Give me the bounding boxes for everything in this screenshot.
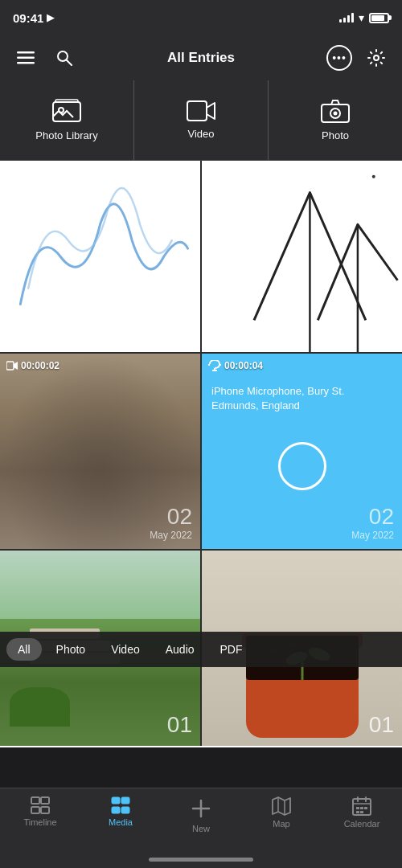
nav-calendar[interactable]: Calendar bbox=[322, 796, 402, 829]
plant-date-overlay: 01 bbox=[369, 712, 394, 738]
status-bar: 09:41 ▶ ▾ bbox=[0, 0, 402, 35]
wifi-icon: ▾ bbox=[359, 11, 364, 24]
svg-rect-27 bbox=[112, 797, 120, 804]
video-entry[interactable]: 00:00:02 02 May 2022 bbox=[0, 354, 202, 549]
filter-bar: All Photo Video Audio PDF bbox=[0, 632, 402, 667]
nav-timeline-label: Timeline bbox=[23, 817, 56, 827]
svg-rect-9 bbox=[187, 101, 207, 121]
tab-photo-library-label: Photo Library bbox=[35, 129, 97, 141]
audio-entry[interactable]: 00:00:04 iPhone Microphone, Bury St. Edm… bbox=[202, 354, 402, 549]
sketch-entry-black[interactable] bbox=[202, 161, 402, 352]
filter-pdf[interactable]: PDF bbox=[209, 638, 254, 661]
tab-video-label: Video bbox=[187, 128, 214, 140]
svg-rect-28 bbox=[121, 797, 129, 804]
menu-button[interactable] bbox=[13, 45, 39, 71]
video-duration-badge: 00:00:02 bbox=[6, 360, 59, 371]
svg-point-3 bbox=[58, 51, 68, 61]
svg-rect-2 bbox=[17, 62, 35, 64]
audio-location-info: iPhone Microphone, Bury St. Edmunds, Eng… bbox=[211, 384, 392, 413]
filter-photo[interactable]: Photo bbox=[45, 638, 97, 661]
svg-rect-40 bbox=[360, 807, 363, 809]
audio-play-button[interactable] bbox=[278, 442, 326, 490]
sketch-entry-blue[interactable] bbox=[0, 161, 202, 352]
svg-rect-25 bbox=[31, 807, 39, 813]
nav-timeline[interactable]: Timeline bbox=[0, 796, 80, 827]
bottom-navigation: Timeline Media New bbox=[0, 788, 402, 868]
new-icon bbox=[189, 796, 213, 821]
svg-rect-39 bbox=[356, 807, 359, 809]
filter-audio[interactable]: Audio bbox=[154, 638, 206, 661]
svg-rect-18 bbox=[6, 362, 14, 370]
media-type-tabs: Photo Library Video Photo bbox=[0, 80, 402, 161]
nav-new[interactable]: New bbox=[161, 796, 241, 833]
home-indicator bbox=[149, 858, 253, 862]
settings-button[interactable] bbox=[363, 45, 389, 71]
search-button[interactable] bbox=[51, 45, 77, 71]
battery-icon bbox=[369, 13, 389, 23]
nav-calendar-label: Calendar bbox=[344, 819, 380, 829]
nav-map-label: Map bbox=[273, 819, 289, 829]
svg-rect-24 bbox=[41, 797, 49, 804]
nav-media[interactable]: Media bbox=[80, 796, 161, 827]
video-icon bbox=[187, 100, 215, 121]
audio-duration-badge: 00:00:04 bbox=[208, 360, 263, 371]
grid-top-row bbox=[0, 161, 402, 354]
svg-rect-41 bbox=[364, 807, 367, 809]
status-icons: ▾ bbox=[339, 11, 389, 24]
svg-rect-30 bbox=[121, 807, 129, 813]
svg-rect-14 bbox=[207, 161, 398, 352]
photo-library-icon bbox=[52, 99, 81, 123]
calendar-icon bbox=[352, 796, 371, 816]
svg-line-4 bbox=[67, 60, 72, 65]
video-date-overlay: 02 May 2022 bbox=[150, 504, 192, 541]
svg-rect-26 bbox=[41, 807, 49, 813]
svg-rect-13 bbox=[5, 161, 196, 352]
svg-rect-23 bbox=[31, 797, 39, 804]
garden-date-overlay: 01 bbox=[167, 712, 192, 738]
nav-media-label: Media bbox=[109, 817, 133, 827]
media-grid: 00:00:02 02 May 2022 00:00:04 iPhone Mic… bbox=[0, 161, 402, 747]
location-icon: ▶ bbox=[47, 12, 54, 23]
tab-video[interactable]: Video bbox=[134, 80, 269, 160]
map-icon bbox=[272, 796, 291, 816]
nav-map[interactable]: Map bbox=[241, 796, 322, 829]
svg-rect-0 bbox=[17, 51, 35, 54]
timeline-icon bbox=[31, 796, 50, 814]
tab-photo[interactable]: Photo bbox=[269, 80, 402, 160]
svg-rect-7 bbox=[55, 100, 78, 102]
filter-all[interactable]: All bbox=[6, 638, 42, 661]
audio-date-overlay: 02 May 2022 bbox=[351, 504, 394, 541]
svg-point-15 bbox=[372, 175, 375, 178]
filter-video[interactable]: Video bbox=[100, 638, 151, 661]
media-icon bbox=[111, 796, 130, 814]
tab-photo-library[interactable]: Photo Library bbox=[0, 80, 134, 160]
signal-bars bbox=[339, 13, 354, 23]
svg-rect-43 bbox=[360, 811, 363, 813]
svg-point-12 bbox=[334, 112, 338, 116]
more-button[interactable]: ••• bbox=[326, 45, 352, 71]
svg-rect-29 bbox=[112, 807, 120, 813]
photo-camera-icon bbox=[321, 99, 350, 123]
nav-new-label: New bbox=[192, 824, 210, 833]
tab-photo-label: Photo bbox=[322, 129, 349, 141]
svg-rect-42 bbox=[356, 811, 359, 813]
svg-point-5 bbox=[374, 55, 379, 60]
app-header: All Entries ••• bbox=[0, 35, 402, 80]
header-title: All Entries bbox=[167, 50, 235, 66]
svg-rect-1 bbox=[17, 57, 35, 59]
grid-mid-row: 00:00:02 02 May 2022 00:00:04 iPhone Mic… bbox=[0, 354, 402, 551]
status-time: 09:41 ▶ bbox=[13, 11, 54, 25]
